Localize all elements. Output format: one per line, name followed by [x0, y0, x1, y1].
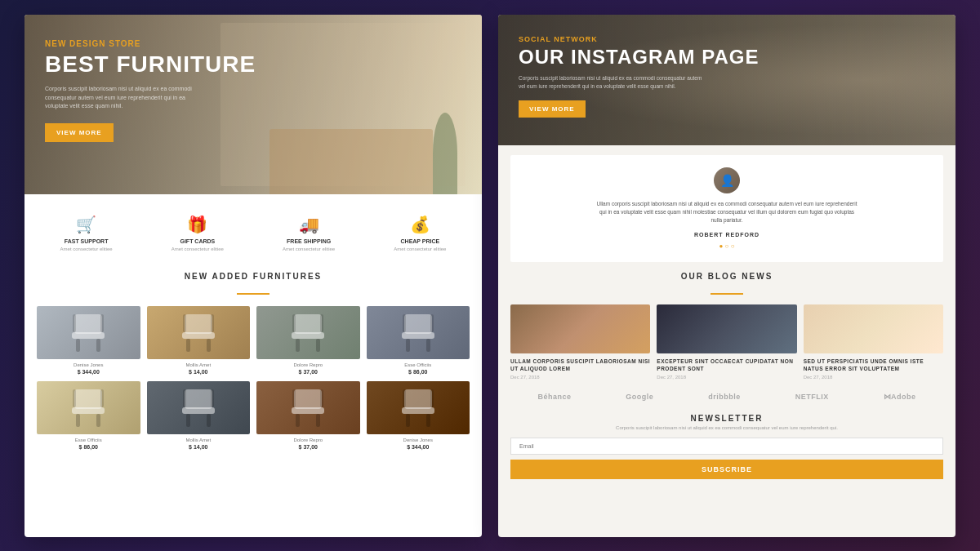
- svg-rect-20: [406, 339, 410, 352]
- svg-rect-36: [294, 389, 322, 409]
- blog-card[interactable]: ULLAM CORPORIS SUSCIPIT LABORIOSAM NISI …: [510, 304, 650, 380]
- newsletter-desc: Corporis suscipit laboriosam nisi ut ali…: [510, 425, 943, 430]
- product-price: $ 344,00: [367, 444, 470, 450]
- blog-headline: ULLAM CORPORIS SUSCIPIT LABORIOSAM NISI …: [510, 358, 650, 372]
- hero-view-more-button[interactable]: VIEW MORE: [45, 123, 114, 142]
- products-grid: Denise Jones $ 344,00 Mollis Amet $ 14,0…: [37, 306, 470, 450]
- blog-image: [510, 304, 650, 353]
- product-image: [367, 381, 470, 434]
- svg-rect-33: [207, 414, 211, 427]
- svg-rect-22: [403, 314, 406, 332]
- svg-rect-10: [183, 314, 186, 332]
- partners-row: BéhanceGoogledribbbleNETFLIX⋈Adobe: [498, 386, 956, 407]
- partner-logo-2: dribbble: [708, 393, 741, 401]
- product-price: $ 14,00: [147, 444, 251, 450]
- blog-image: [804, 304, 943, 353]
- feature-fast-support: 🛒 Fast Support Amet consectetur elitiee: [33, 207, 140, 260]
- product-card[interactable]: Dolore Repro $ 37,00: [256, 381, 360, 450]
- svg-rect-28: [73, 389, 76, 407]
- svg-rect-30: [185, 389, 212, 409]
- feature-desc: Amet consectetur elitiee: [260, 247, 359, 251]
- left-hero: New Design Store BEST FURNITURE Corporis…: [24, 15, 482, 194]
- product-name: Dolore Repro: [256, 438, 360, 442]
- product-image: [147, 306, 251, 359]
- svg-rect-4: [73, 314, 76, 332]
- blog-divider: [510, 283, 943, 298]
- product-image: [256, 381, 360, 434]
- blog-date: Dec 27, 2018: [510, 375, 650, 380]
- blog-date: Dec 27, 2018: [804, 375, 943, 380]
- hero-desc: Corporis suscipit laboriosam nisi ut ali…: [45, 85, 208, 111]
- svg-rect-5: [100, 314, 104, 332]
- products-section-title: NEW ADDED FURNITURES: [37, 272, 470, 281]
- product-card[interactable]: Mollis Amet $ 14,00: [147, 381, 251, 450]
- testimonial-text: Ullam corporis suscipit laboriosam nisi …: [596, 200, 858, 225]
- product-price: $ 14,00: [147, 369, 251, 375]
- blog-card[interactable]: SED UT PERSPICIATIS UNDE OMNIS ISTE NATU…: [804, 304, 943, 380]
- partner-logo-0: Béhance: [537, 393, 571, 401]
- products-divider: [37, 283, 470, 298]
- product-card[interactable]: Esse Officiis $ 86,00: [367, 306, 470, 375]
- hero-subtitle: New Design Store: [45, 39, 461, 48]
- svg-rect-26: [76, 414, 80, 427]
- blog-card[interactable]: EXCEPTEUR SINT OCCAECAT CUPIDATAT NON PR…: [657, 304, 796, 380]
- right-hero-subtitle: Social Network: [519, 35, 935, 43]
- svg-rect-24: [74, 389, 102, 409]
- svg-rect-46: [403, 389, 406, 407]
- testimonial-section: 👤 Ullam corporis suscipit laboriosam nis…: [510, 155, 943, 262]
- svg-rect-47: [430, 389, 434, 407]
- svg-rect-45: [426, 414, 430, 427]
- left-hero-content: New Design Store BEST FURNITURE Corporis…: [24, 15, 482, 167]
- product-card[interactable]: Denise Jones $ 344,00: [367, 381, 470, 450]
- svg-rect-27: [96, 414, 100, 427]
- product-price: $ 37,00: [256, 369, 360, 375]
- partner-logo-4: ⋈Adobe: [884, 393, 916, 401]
- newsletter-section: NEWSLETTER Corporis suscipit laboriosam …: [498, 407, 956, 489]
- svg-rect-21: [426, 339, 430, 352]
- svg-rect-6: [185, 314, 212, 334]
- blog-date: Dec 27, 2018: [657, 375, 796, 380]
- partner-logo-3: NETFLIX: [795, 393, 829, 401]
- right-panel: Social Network OUR INSTAGRAM PAGE Corpor…: [498, 15, 956, 537]
- svg-rect-31: [182, 407, 215, 414]
- right-hero-view-more-button[interactable]: VIEW MORE: [519, 100, 586, 118]
- svg-rect-42: [404, 389, 432, 409]
- product-price: $ 37,00: [256, 444, 360, 450]
- svg-rect-3: [96, 339, 100, 352]
- svg-rect-18: [404, 314, 432, 334]
- blog-headline: SED UT PERSPICIATIS UNDE OMNIS ISTE NATU…: [804, 358, 943, 372]
- right-hero-content: Social Network OUR INSTAGRAM PAGE Corpor…: [498, 15, 956, 139]
- svg-rect-41: [320, 389, 323, 407]
- product-image: [147, 381, 251, 434]
- blog-headline: EXCEPTEUR SINT OCCAECAT CUPIDATAT NON PR…: [657, 358, 796, 372]
- product-name: Mollis Amet: [147, 362, 251, 367]
- feature-title: Fast Support: [37, 238, 136, 244]
- svg-rect-35: [211, 389, 214, 407]
- product-image: [256, 306, 360, 359]
- svg-rect-7: [182, 332, 215, 339]
- blog-section: OUR BLOG NEWS ULLAM CORPORIS SUSCIPIT LA…: [498, 272, 956, 386]
- newsletter-email-input[interactable]: [510, 438, 943, 455]
- svg-rect-40: [292, 389, 296, 407]
- blog-section-title: OUR BLOG NEWS: [510, 272, 943, 281]
- product-name: Esse Officiis: [367, 362, 470, 367]
- product-card[interactable]: Dolore Repro $ 37,00: [256, 306, 360, 375]
- feature-desc: Amet consectetur elitiee: [371, 247, 470, 251]
- product-price: $ 86,00: [367, 369, 470, 375]
- product-card[interactable]: Esse Officiis $ 86,00: [37, 381, 140, 450]
- products-section: NEW ADDED FURNITURES Denise Jones $ 344,…: [24, 272, 482, 537]
- testimonial-dots: ● ○ ○: [523, 242, 931, 250]
- product-name: Denise Jones: [37, 362, 140, 367]
- newsletter-subscribe-button[interactable]: Subscribe: [510, 460, 943, 479]
- features-row: 🛒 Fast Support Amet consectetur elitiee …: [24, 194, 482, 272]
- product-card[interactable]: Denise Jones $ 344,00: [37, 306, 140, 375]
- svg-rect-13: [292, 332, 324, 339]
- product-image: [37, 306, 140, 359]
- feature-desc: Amet consectetur elitiee: [37, 247, 136, 251]
- cart-icon: 🛒: [37, 215, 136, 234]
- svg-rect-25: [72, 407, 105, 414]
- hero-title: BEST FURNITURE: [45, 52, 461, 78]
- product-card[interactable]: Mollis Amet $ 14,00: [147, 306, 251, 375]
- left-panel: New Design Store BEST FURNITURE Corporis…: [24, 15, 482, 537]
- blog-grid: ULLAM CORPORIS SUSCIPIT LABORIOSAM NISI …: [510, 304, 943, 380]
